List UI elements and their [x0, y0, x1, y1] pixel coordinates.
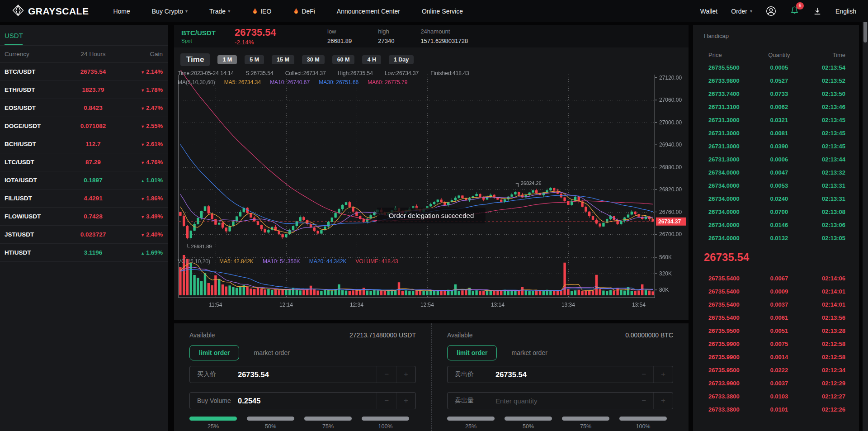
market-row-flow-usdt[interactable]: FLOW/USDT0.7428▼3.49% [0, 208, 168, 226]
order-toast: Order delegation succeeded [377, 208, 486, 223]
percent-75-button[interactable]: 75% [562, 417, 609, 430]
download-icon[interactable] [813, 7, 822, 16]
handicap-red-rows: 26735.54000.006702:14:0626735.54000.0009… [693, 269, 859, 416]
handicap-row[interactable]: 26734.00000.014602:13:06 [708, 218, 845, 232]
handicap-row[interactable]: 26733.98000.052702:13:52 [708, 74, 845, 87]
handicap-row[interactable]: 26735.54000.000902:14:01 [708, 285, 845, 298]
nav-item-trade[interactable]: Trade▾ [209, 8, 230, 15]
sell-price-input[interactable] [495, 370, 634, 379]
market-row-btc-usdt[interactable]: BTC/USDT26735.54▼2.14% [0, 63, 168, 81]
market-row-jst-usdt[interactable]: JST/USDT0.023727▼2.40% [0, 226, 168, 244]
market-row-eos-usdt[interactable]: EOS/USDT0.8423▼2.47% [0, 99, 168, 117]
page-scrollbar[interactable]: ▲ [863, 0, 868, 431]
interval-1m[interactable]: 1 M [217, 55, 237, 64]
interval-30m[interactable]: 30 M [302, 55, 325, 64]
buy-price-input[interactable] [237, 370, 377, 379]
nav-item-defi[interactable]: DeFi [293, 8, 315, 15]
sell-quantity-field[interactable]: 卖出量 −+ [447, 392, 673, 409]
handicap-row[interactable]: 26735.95000.022202:12:34 [708, 364, 845, 377]
minus-icon[interactable]: − [377, 393, 396, 409]
handicap-row[interactable]: 26735.54000.006702:14:06 [708, 272, 845, 285]
sell-limit-order-button[interactable]: limit order [447, 345, 497, 360]
sell-price-stepper: −+ [634, 366, 673, 383]
handicap-row[interactable]: 26734.00000.024002:13:31 [708, 192, 845, 205]
handicap-row[interactable]: 26733.74000.073302:13:50 [708, 87, 845, 100]
plus-icon[interactable]: + [653, 366, 673, 383]
interval-15m[interactable]: 15 M [272, 55, 294, 64]
percent-75-button[interactable]: 75% [304, 417, 352, 430]
minus-icon[interactable]: − [634, 393, 653, 409]
percent-25-button[interactable]: 25% [447, 417, 495, 430]
market-row-eth-usdt[interactable]: ETH/USDT1823.79▼1.78% [0, 81, 168, 99]
handicap-row[interactable]: 26735.99000.007502:12:58 [708, 337, 845, 350]
profile-icon[interactable] [766, 6, 776, 16]
interval-5m[interactable]: 5 M [245, 55, 264, 64]
interval-60m[interactable]: 60 M [332, 55, 355, 64]
interval-time[interactable]: Time [180, 53, 210, 66]
nav-item-wallet[interactable]: Wallet [700, 8, 717, 15]
plus-icon[interactable]: + [396, 366, 415, 383]
nav-item-ieo[interactable]: IEO [252, 8, 271, 15]
market-row-fil-usdt[interactable]: FIL/USDT4.4291▼1.86% [0, 189, 168, 208]
percent-100-button[interactable]: 100% [362, 417, 409, 430]
handicap-row[interactable]: 26733.99000.003702:12:29 [708, 377, 845, 390]
handicap-row[interactable]: 26735.99000.001402:12:58 [708, 350, 845, 364]
kline-chart[interactable]: Time:2023-05-24 14:14S:26735.54Collect:2… [174, 68, 689, 320]
handicap-row[interactable]: 26735.54000.003702:14:01 [708, 298, 845, 311]
kline-canvas[interactable] [174, 68, 689, 320]
brand[interactable]: GRAYSCALE [12, 4, 89, 19]
fire-icon [252, 8, 258, 15]
sell-panel: Available 0.00000000 BTC limit order mar… [431, 323, 689, 431]
chart-volume-legend: VOL(5,10,20)MA5: 42.842KMA10: 54.356KMA2… [178, 258, 398, 265]
handicap-row[interactable]: 26731.30000.032102:13:45 [708, 114, 845, 127]
percent-100-button[interactable]: 100% [619, 417, 667, 430]
market-type-label: Spot [181, 38, 235, 43]
handicap-row[interactable]: 26735.55000.000502:13:54 [708, 61, 845, 74]
plus-icon[interactable]: + [653, 393, 673, 409]
nav-item-home[interactable]: Home [113, 8, 130, 15]
buy-volume-input[interactable] [237, 396, 377, 406]
tab-usdt[interactable]: USDT [5, 32, 23, 39]
handicap-row[interactable]: 26731.30000.000602:13:44 [708, 153, 845, 166]
buy-market-order-button[interactable]: market order [251, 349, 292, 357]
notifications-bell-icon[interactable]: 6 [790, 5, 799, 17]
buy-price-field[interactable]: 买入价 −+ [189, 366, 416, 383]
handicap-row[interactable]: 26735.54000.006102:13:56 [708, 311, 845, 324]
language-selector[interactable]: English [835, 8, 856, 15]
buy-volume-label: Buy Volume [197, 397, 237, 404]
chevron-down-icon: ▾ [228, 9, 230, 14]
market-row-bch-usdt[interactable]: BCH/USDT112.7▼2.61% [0, 135, 168, 153]
handicap-row[interactable]: 26735.95000.005102:13:28 [708, 324, 845, 337]
interval-1day[interactable]: 1 Day [389, 55, 414, 64]
percent-25-button[interactable]: 25% [189, 417, 237, 430]
handicap-row[interactable]: 26731.30000.008102:13:45 [708, 127, 845, 140]
sell-quantity-input[interactable] [495, 396, 634, 406]
interval-4h[interactable]: 4 H [362, 55, 381, 64]
handicap-row[interactable]: 26734.00000.004702:13:32 [708, 166, 845, 179]
handicap-row[interactable]: 26734.00000.070002:13:08 [708, 205, 845, 218]
market-row-doge-usdt[interactable]: DOGE/USDT0.071082▼2.55% [0, 117, 168, 135]
nav-item-order[interactable]: Order▾ [731, 8, 752, 15]
minus-icon[interactable]: − [377, 366, 396, 383]
nav-item-buy-crypto[interactable]: Buy Crypto▾ [152, 8, 188, 15]
sell-price-field[interactable]: 卖出价 −+ [447, 366, 673, 383]
handicap-row[interactable]: 26731.30000.039002:13:45 [708, 140, 845, 153]
buy-limit-order-button[interactable]: limit order [189, 345, 239, 360]
handicap-row[interactable]: 26731.31000.006202:13:46 [708, 100, 845, 114]
handicap-row[interactable]: 26734.00000.013202:13:05 [708, 232, 845, 245]
nav-menu: HomeBuy Crypto▾Trade▾IEODeFiAnnouncement… [113, 8, 463, 15]
minus-icon[interactable]: − [634, 366, 653, 383]
sell-market-order-button[interactable]: market order [509, 349, 550, 357]
buy-volume-field[interactable]: Buy Volume −+ [189, 392, 416, 409]
handicap-row[interactable]: 26733.38000.010302:12:27 [708, 390, 845, 403]
market-row-iota-usdt[interactable]: IOTA/USDT0.1897▲1.01% [0, 171, 168, 189]
nav-item-online-service[interactable]: Online Service [422, 8, 463, 15]
percent-50-button[interactable]: 50% [247, 417, 294, 430]
percent-50-button[interactable]: 50% [505, 417, 552, 430]
handicap-row[interactable]: 26733.38000.010102:12:26 [708, 403, 845, 416]
market-row-ht-usdt[interactable]: HT/USDT3.1196▲1.69% [0, 244, 168, 262]
plus-icon[interactable]: + [396, 393, 415, 409]
handicap-row[interactable]: 26734.00000.005302:13:31 [708, 179, 845, 192]
nav-item-announcement-center[interactable]: Announcement Center [337, 8, 400, 15]
market-row-ltc-usdt[interactable]: LTC/USDT87.29▼4.76% [0, 153, 168, 171]
